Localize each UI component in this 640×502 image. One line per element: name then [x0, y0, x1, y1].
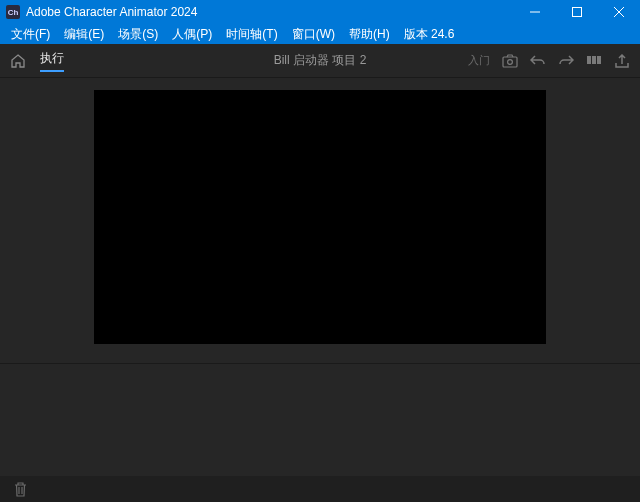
minimize-button[interactable]: [514, 0, 556, 24]
camera-icon: [502, 54, 518, 68]
stream-button[interactable]: [586, 54, 602, 68]
maximize-icon: [572, 7, 582, 17]
svg-rect-0: [573, 8, 582, 17]
close-button[interactable]: [598, 0, 640, 24]
tab-perform[interactable]: 执行: [40, 50, 64, 72]
svg-point-2: [508, 59, 513, 64]
redo-button[interactable]: [558, 54, 574, 68]
window-titlebar: Ch Adobe Character Animator 2024: [0, 0, 640, 24]
menu-scene[interactable]: 场景(S): [111, 24, 165, 44]
maximize-button[interactable]: [556, 0, 598, 24]
titlebar-left: Ch Adobe Character Animator 2024: [0, 5, 197, 19]
menu-edit[interactable]: 编辑(E): [57, 24, 111, 44]
home-icon: [10, 53, 26, 69]
window-controls: [514, 0, 640, 24]
menu-file[interactable]: 文件(F): [4, 24, 57, 44]
menu-help[interactable]: 帮助(H): [342, 24, 397, 44]
svg-rect-3: [587, 56, 591, 64]
app-title: Adobe Character Animator 2024: [26, 5, 197, 19]
lower-panel: [0, 364, 640, 476]
share-icon: [614, 54, 630, 68]
toolbar-right: 入门: [468, 53, 630, 68]
svg-rect-5: [597, 56, 601, 64]
svg-rect-4: [592, 56, 596, 64]
menu-version[interactable]: 版本 24.6: [397, 24, 462, 44]
app-icon: Ch: [6, 5, 20, 19]
delete-button[interactable]: [14, 482, 27, 497]
home-button[interactable]: [10, 53, 26, 69]
menu-window[interactable]: 窗口(W): [285, 24, 342, 44]
menu-puppet[interactable]: 人偶(P): [165, 24, 219, 44]
mode-label: 入门: [468, 53, 490, 68]
undo-button[interactable]: [530, 54, 546, 68]
toolbar-left: 执行: [10, 50, 64, 72]
stage-viewport[interactable]: [94, 90, 546, 344]
workspace: 执行 Bill 启动器 项目 2 入门: [0, 44, 640, 502]
minimize-icon: [530, 7, 540, 17]
close-icon: [614, 7, 624, 17]
scene-title: Bill 启动器 项目 2: [274, 52, 367, 69]
broadcast-icon: [586, 54, 602, 68]
bottom-bar: [0, 476, 640, 502]
top-toolbar: 执行 Bill 启动器 项目 2 入门: [0, 44, 640, 78]
redo-icon: [558, 54, 574, 68]
export-button[interactable]: [614, 54, 630, 68]
menu-bar: 文件(F) 编辑(E) 场景(S) 人偶(P) 时间轴(T) 窗口(W) 帮助(…: [0, 24, 640, 44]
stage-panel: [0, 78, 640, 364]
snapshot-button[interactable]: [502, 54, 518, 68]
undo-icon: [530, 54, 546, 68]
menu-timeline[interactable]: 时间轴(T): [219, 24, 284, 44]
svg-rect-1: [503, 57, 517, 67]
trash-icon: [14, 482, 27, 497]
